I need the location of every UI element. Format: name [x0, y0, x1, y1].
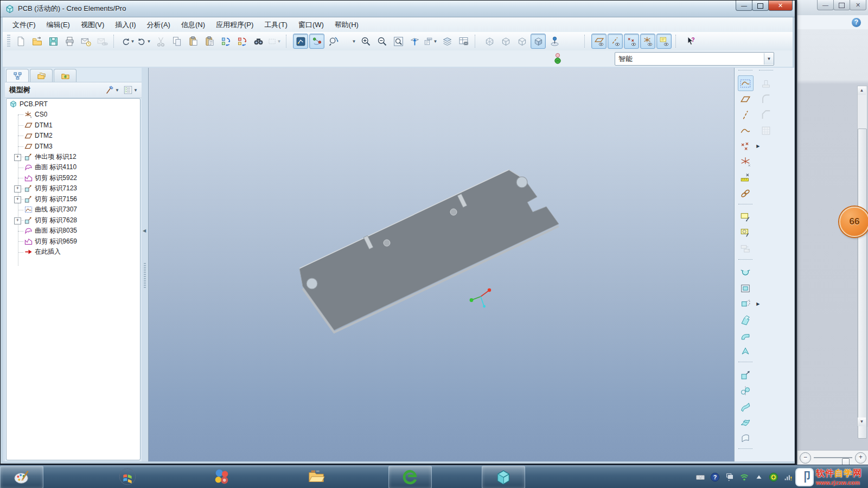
view-manager-button[interactable]	[456, 34, 471, 49]
scroll-up-arrow-icon[interactable]: ▲	[858, 86, 866, 95]
expand-toggle-icon[interactable]: +	[14, 196, 21, 203]
print-button[interactable]	[62, 34, 77, 49]
boundary-blend-tool[interactable]	[738, 414, 754, 430]
pattern-tool[interactable]	[758, 123, 774, 138]
tree-item-trim-9659[interactable]: 切剪 标识9659	[7, 236, 140, 247]
extrude-tool[interactable]	[738, 367, 754, 383]
maximize-button[interactable]	[752, 1, 769, 11]
cut-button[interactable]	[153, 34, 168, 49]
bg-close-button[interactable]: ✕	[850, 0, 866, 10]
datum-axis-tool[interactable]	[738, 107, 754, 123]
new-file-button[interactable]	[13, 34, 28, 49]
reorient-button[interactable]	[407, 34, 422, 49]
corner-relief-tool[interactable]	[738, 343, 754, 359]
tree-item-trim-7123[interactable]: + 切剪 标识7123	[7, 183, 140, 194]
graphics-viewport[interactable]	[148, 68, 735, 461]
taskbar-explorer[interactable]	[295, 466, 337, 487]
tree-item-protrusion-12[interactable]: + 伸出项 标识12	[7, 152, 140, 163]
menu-tools[interactable]: 工具(T)	[259, 18, 293, 31]
use-edge-tool[interactable]	[738, 225, 754, 241]
revolve-tool[interactable]	[738, 383, 754, 399]
expand-toggle-icon[interactable]: +	[14, 154, 21, 161]
open-button[interactable]	[29, 34, 44, 49]
datum-points-toggle[interactable]	[624, 34, 639, 49]
email-link-button[interactable]	[94, 34, 110, 49]
show-hidden-icons-arrow[interactable]	[754, 472, 764, 482]
notification-badge[interactable]: 66	[839, 207, 868, 237]
flange-wall-tool[interactable]	[738, 312, 754, 328]
start-button[interactable]	[106, 466, 149, 487]
dropdown-arrow-icon[interactable]: ▼	[277, 34, 282, 48]
saved-views-button[interactable]: ▼	[423, 34, 438, 49]
form-tool[interactable]	[738, 280, 754, 296]
style-tool[interactable]	[738, 430, 754, 446]
close-button[interactable]: ✕	[768, 1, 793, 11]
layers-button[interactable]	[439, 34, 455, 49]
bg-minimize-button[interactable]: —	[817, 0, 834, 10]
chamfer-tool[interactable]	[758, 107, 774, 123]
no-hidden-button[interactable]	[514, 34, 529, 49]
datum-point-tool[interactable]: ▶	[738, 138, 754, 154]
splitter-collapse-icon[interactable]: ◀	[143, 228, 146, 233]
display-settings-button[interactable]	[293, 34, 308, 49]
flat-pattern-tool[interactable]: ▶	[738, 296, 754, 312]
tree-item-trim-7628[interactable]: + 切剪 标识7628	[7, 215, 140, 226]
taskbar-browser[interactable]	[388, 466, 432, 488]
regenerate-button[interactable]	[218, 34, 233, 49]
orient-mode-button[interactable]	[326, 34, 341, 49]
zoom-slider-track[interactable]	[814, 457, 852, 458]
sketch-tool[interactable]	[738, 209, 754, 225]
zoom-in-button[interactable]	[358, 34, 373, 49]
saved-orientation-button[interactable]	[547, 34, 562, 49]
scrollbar-thumb[interactable]	[858, 129, 867, 439]
wireframe-button[interactable]	[482, 34, 497, 49]
bg-vertical-scrollbar[interactable]: ▲ ▼	[857, 86, 867, 427]
zoom-out-button[interactable]	[374, 34, 390, 49]
tree-item-trim-7156[interactable]: + 切剪 标识7156	[7, 194, 140, 205]
tree-item-dtm1[interactable]: DTM1	[7, 120, 140, 131]
splitter-grip[interactable]	[144, 263, 146, 288]
expand-toggle-icon[interactable]: +	[14, 185, 21, 192]
save-button[interactable]	[46, 34, 61, 49]
annotations-toggle[interactable]	[656, 34, 672, 49]
copy-button[interactable]	[169, 34, 184, 49]
zoom-out-circle-icon[interactable]: −	[800, 452, 811, 464]
tree-item-insert-here[interactable]: 在此插入	[7, 247, 140, 258]
tab-folder-browser[interactable]	[30, 69, 53, 82]
dropdown-arrow-icon[interactable]: ▼	[433, 34, 438, 48]
paste-button[interactable]	[186, 34, 201, 49]
tree-item-surface-4110[interactable]: 曲面 标识4110	[7, 162, 140, 173]
tree-item-pcb-prt[interactable]: PCB.PRT	[7, 99, 140, 110]
minimize-button[interactable]: —	[736, 1, 752, 11]
dropdown-arrow-icon[interactable]: ▼	[352, 34, 356, 48]
tree-item-dtm3[interactable]: DTM3	[7, 141, 140, 152]
menu-window[interactable]: 窗口(W)	[293, 18, 329, 31]
network-signal-tray-icon[interactable]	[783, 472, 793, 482]
secondary-wall-tool[interactable]	[758, 75, 774, 91]
bg-restore-button[interactable]	[833, 0, 850, 10]
sketched-curve-tool[interactable]	[738, 75, 754, 91]
flyout-arrow-icon[interactable]: ▶	[756, 301, 760, 306]
menu-view[interactable]: 视图(V)	[75, 18, 110, 31]
tree-show-button[interactable]: ▼	[123, 83, 138, 97]
csys-display-toggle[interactable]	[640, 34, 655, 49]
datum-planes-toggle[interactable]	[591, 34, 607, 49]
shading-button[interactable]: ▼	[342, 34, 357, 49]
dropdown-arrow-icon[interactable]: ▼	[130, 34, 135, 48]
analysis-measure-tool[interactable]	[738, 170, 754, 185]
paste-special-button[interactable]	[202, 34, 217, 49]
undo-button[interactable]: ▼	[120, 34, 136, 49]
dropdown-arrow-icon[interactable]: ▼	[146, 34, 151, 48]
taskbar-image-viewer[interactable]	[0, 466, 43, 488]
bg-help-icon[interactable]: ?	[852, 18, 861, 27]
tree-settings-button[interactable]: ▼	[105, 83, 120, 97]
tab-favorites[interactable]	[54, 69, 76, 82]
regenerate-manager-button[interactable]	[234, 34, 250, 49]
tab-model-tree[interactable]	[6, 69, 29, 82]
tree-item-surface-8035[interactable]: 曲面 标识8035	[7, 226, 140, 236]
menu-applications[interactable]: 应用程序(P)	[210, 18, 259, 31]
menu-help[interactable]: 帮助(H)	[329, 18, 364, 31]
wifi-tray-icon[interactable]	[739, 472, 749, 482]
menu-insert[interactable]: 插入(I)	[110, 18, 141, 31]
titlebar[interactable]: PCB (活动的) - Creo Elements/Pro	[1, 1, 795, 17]
